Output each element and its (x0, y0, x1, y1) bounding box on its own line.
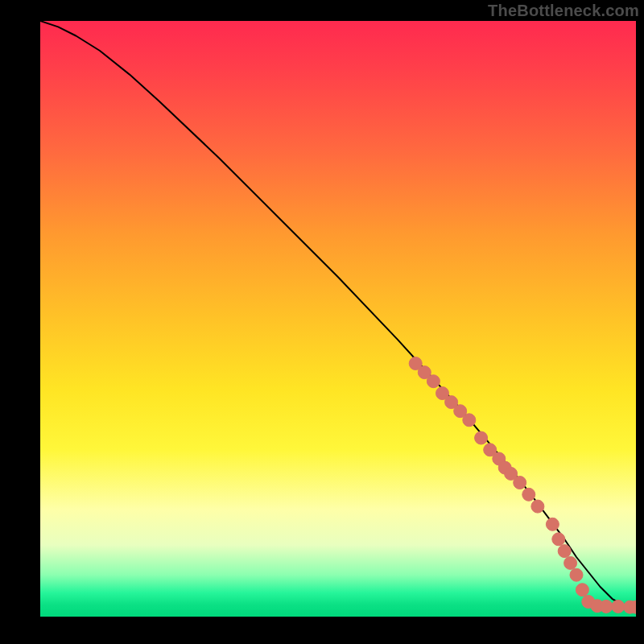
data-marker (475, 431, 488, 444)
marker-group (409, 357, 636, 614)
data-marker (514, 477, 526, 489)
data-marker (531, 500, 544, 513)
data-marker (427, 375, 440, 388)
data-marker (463, 414, 476, 427)
chart-stage: TheBottleneck.com (0, 0, 644, 644)
data-marker (522, 488, 535, 501)
data-marker (600, 600, 613, 613)
line-series (40, 21, 636, 607)
data-marker (570, 568, 583, 581)
data-marker (612, 600, 625, 613)
chart-svg (40, 21, 636, 617)
data-marker (546, 518, 559, 530)
data-marker (564, 556, 577, 569)
plot-area (40, 21, 636, 617)
data-marker (552, 533, 565, 546)
watermark-text: TheBottleneck.com (488, 2, 639, 20)
data-marker (576, 584, 588, 597)
data-marker (558, 545, 571, 558)
